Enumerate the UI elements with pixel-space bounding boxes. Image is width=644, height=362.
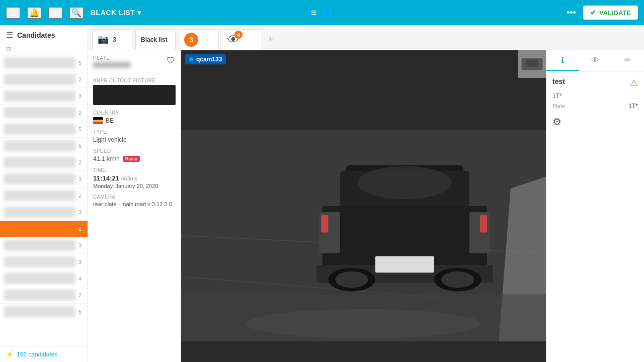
candidate-count: 166 candidates — [17, 351, 57, 358]
candidate-number: 2 — [78, 159, 84, 165]
candidate-number: 5 — [78, 309, 84, 315]
candidate-bar — [4, 306, 75, 317]
tab-camera[interactable]: 📷 3 — [92, 29, 132, 50]
add-tab-button[interactable]: + — [265, 29, 277, 50]
more-options-dots[interactable]: ••• — [567, 8, 576, 18]
candidate-item[interactable]: 5 — [0, 121, 88, 138]
country-code: BE — [106, 117, 114, 124]
candidate-number: 5 — [78, 143, 84, 149]
candidate-number: 3 — [78, 259, 84, 265]
candidate-item[interactable]: 2 — [0, 287, 88, 304]
candidate-number: 2 — [78, 226, 84, 232]
candidate-item[interactable]: 3 — [0, 88, 88, 105]
rpanel-edit-tab[interactable]: ✏ — [611, 50, 644, 71]
check-icon: ✔ — [590, 9, 596, 17]
svg-point-14 — [358, 166, 452, 199]
candidate-number: 2 — [78, 193, 84, 199]
nav-right-group: ••• ✔ VALIDATE — [567, 6, 638, 20]
candidate-item[interactable]: 2 — [0, 221, 88, 237]
svg-rect-10 — [321, 215, 328, 233]
rpanel-plate-label: Plate — [552, 103, 565, 109]
candidate-item[interactable]: 3 — [0, 204, 88, 221]
bell-button[interactable]: 🔔 — [27, 7, 41, 19]
filter-button[interactable]: ⊟ — [0, 43, 88, 55]
candidate-item[interactable]: 2 — [0, 188, 88, 204]
list-icon: ≡ — [311, 7, 317, 18]
rpanel-plate-value: 1T* — [628, 103, 638, 110]
candidate-item[interactable]: 2 — [0, 154, 88, 171]
candidate-item[interactable]: 3 — [0, 237, 88, 254]
candidate-bar — [4, 240, 75, 251]
speed-row: 41.1 km/h Radar — [93, 155, 176, 162]
svg-rect-23 — [526, 60, 538, 67]
candidate-number: 5 — [78, 60, 84, 66]
type-label: TYPE — [93, 129, 176, 135]
svg-point-18 — [441, 272, 474, 288]
svg-point-16 — [335, 272, 368, 288]
warning-icon: ⚠ — [52, 9, 59, 17]
candidate-item[interactable]: 4 — [0, 270, 88, 287]
dropdown-arrow-icon: ▾ — [137, 9, 141, 17]
search-button[interactable]: 🔍 — [69, 7, 84, 19]
globe-button[interactable]: 🌐 — [320, 7, 333, 19]
camera-value: rear plate - main road v 3.12.2-0 — [93, 201, 176, 207]
tab-watch[interactable]: 👁 4 — [222, 29, 262, 50]
time-ms: 463ms — [121, 175, 137, 182]
camera-image-view[interactable] — [181, 50, 546, 362]
svg-rect-12 — [480, 215, 487, 233]
validate-button[interactable]: ✔ VALIDATE — [583, 6, 638, 20]
grid-menu-button[interactable]: ⊞ — [6, 7, 20, 19]
warning-button[interactable]: ⚠ — [48, 7, 62, 19]
rpanel-settings-row: ⚙ — [552, 116, 638, 128]
candidate-item[interactable]: 2 — [0, 105, 88, 121]
candidate-item[interactable]: 5 — [0, 55, 88, 71]
candidate-bar — [4, 273, 75, 284]
tabs-row: 📷 3 Black list 3 👁 4 + — [88, 25, 644, 50]
right-panel-content: test ⚠ 1T* Plate 1T* ⚙ — [546, 71, 644, 362]
camera-feed-area: qcam133 — [181, 50, 546, 362]
settings-icon: ⚙ — [552, 116, 561, 127]
plate-field-label: PLATE — [93, 55, 131, 61]
blacklist-title-button[interactable]: BLACK LIST ▾ — [91, 9, 141, 17]
time-label: TIME — [93, 167, 176, 173]
camera-label: CAMERA — [93, 194, 176, 200]
sidebar-footer[interactable]: ⚡ 166 candidates — [0, 346, 88, 362]
left-sidebar: ☰ Candidates ⊟ 5232552323233425 ⚡ 166 ca… — [0, 25, 88, 362]
candidate-number: 3 — [78, 176, 84, 182]
time-section: TIME 11:14:21 463ms Monday, January 20, … — [93, 167, 176, 189]
eye-icon: 👁 — [591, 56, 599, 65]
alert-badge: 3 — [184, 33, 198, 47]
rpanel-warning-icon: ⚠ — [630, 77, 638, 88]
candidate-item[interactable]: 3 — [0, 171, 88, 188]
blacklist-tab-label: Black list — [141, 36, 168, 43]
rpanel-title: test — [552, 77, 565, 85]
country-label: COUNTRY — [93, 110, 176, 116]
rpanel-plate-row: Plate 1T* — [552, 103, 638, 110]
candidate-item[interactable]: 2 — [0, 71, 88, 88]
tab-alert[interactable]: 3 — [179, 29, 219, 50]
candidate-bar — [4, 90, 75, 102]
rpanel-subtitle: 1T* — [552, 93, 638, 100]
list-view-button[interactable]: ≡ — [311, 7, 317, 19]
nav-left-group: ⊞ 🔔 ⚠ 🔍 BLACK LIST ▾ — [6, 7, 141, 19]
sidebar-menu-icon: ☰ — [6, 30, 13, 40]
candidate-bar — [4, 223, 75, 234]
candidate-bar — [4, 140, 75, 151]
candidate-item[interactable]: 3 — [0, 254, 88, 270]
candidate-bar — [4, 207, 75, 218]
rpanel-info-tab[interactable]: ℹ — [546, 50, 579, 71]
plate-number-value: XXXXXXXX — [93, 61, 131, 69]
sidebar-title: Candidates — [17, 31, 55, 39]
time-value: 11:14:21 — [93, 174, 119, 182]
rpanel-title-row: test ⚠ — [552, 77, 638, 88]
camera-name-label: qcam133 — [196, 56, 222, 63]
candidate-item[interactable]: 5 — [0, 138, 88, 154]
candidate-item[interactable]: 5 — [0, 304, 88, 320]
rpanel-eye-tab[interactable]: 👁 — [579, 50, 612, 71]
plate-header: PLATE XXXXXXXX 🛡 — [93, 55, 176, 74]
candidate-number: 2 — [78, 76, 84, 82]
bell-icon: 🔔 — [29, 9, 39, 17]
speed-section: SPEED 41.1 km/h Radar — [93, 148, 176, 162]
tab-blacklist[interactable]: Black list — [135, 29, 176, 50]
watch-tab-badge: 👁 4 — [227, 33, 239, 47]
